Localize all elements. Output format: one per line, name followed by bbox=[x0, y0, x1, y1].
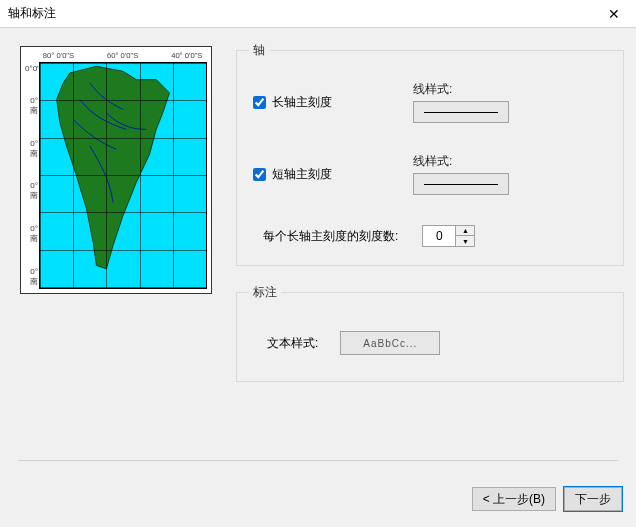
upper-row: 80° 0'0"S 60° 0'0"S 40° 0'0"S 0°0"N 0°南 … bbox=[20, 42, 624, 400]
long-axis-checkbox-label: 长轴主刻度 bbox=[272, 94, 332, 111]
label-group: 标注 文本样式: AaBbCc... bbox=[236, 284, 624, 382]
short-axis-checkbox-cell[interactable]: 短轴主刻度 bbox=[253, 166, 413, 183]
spinner-down-button[interactable]: ▼ bbox=[456, 236, 474, 246]
ytick-2: 0°南 bbox=[25, 139, 38, 159]
long-axis-checkbox-cell[interactable]: 长轴主刻度 bbox=[253, 94, 413, 111]
line-sample-icon bbox=[424, 184, 498, 185]
tick-count-spinner: ▲ ▼ bbox=[422, 225, 475, 247]
axis-group-legend: 轴 bbox=[249, 42, 269, 59]
spinner-up-button[interactable]: ▲ bbox=[456, 226, 474, 236]
preview-map-canvas bbox=[39, 62, 207, 289]
dialog-window: 轴和标注 ✕ 80° 0'0"S 60° 0'0"S 40° 0'0"S 0°0… bbox=[0, 0, 636, 527]
ytick-5: 0°南 bbox=[25, 267, 38, 287]
short-axis-row: 短轴主刻度 线样式: bbox=[253, 153, 607, 195]
tick-count-label: 每个长轴主刻度的刻度数: bbox=[263, 228, 398, 245]
ytick-1: 0°南 bbox=[25, 96, 38, 116]
text-style-picker[interactable]: AaBbCc... bbox=[340, 331, 440, 355]
axis-group: 轴 长轴主刻度 线样式: bbox=[236, 42, 624, 266]
xtick-1: 60° 0'0"S bbox=[107, 51, 138, 60]
close-icon: ✕ bbox=[608, 6, 620, 22]
window-title: 轴和标注 bbox=[8, 5, 56, 22]
spinner-buttons: ▲ ▼ bbox=[456, 225, 475, 247]
title-bar: 轴和标注 ✕ bbox=[0, 0, 636, 28]
preview-map-row: 0°0"N 0°南 0°南 0°南 0°南 0°南 bbox=[25, 62, 207, 289]
short-axis-checkbox-label: 短轴主刻度 bbox=[272, 166, 332, 183]
text-style-label: 文本样式: bbox=[267, 335, 318, 352]
wizard-buttons: < 上一步(B) 下一步 bbox=[472, 487, 622, 511]
long-axis-row: 长轴主刻度 线样式: bbox=[253, 81, 607, 123]
short-axis-line-style-picker[interactable] bbox=[413, 173, 509, 195]
footer-divider bbox=[18, 460, 618, 461]
map-preview: 80° 0'0"S 60° 0'0"S 40° 0'0"S 0°0"N 0°南 … bbox=[20, 46, 212, 294]
label-group-legend: 标注 bbox=[249, 284, 281, 301]
preview-xticks: 80° 0'0"S 60° 0'0"S 40° 0'0"S bbox=[30, 51, 203, 62]
back-button[interactable]: < 上一步(B) bbox=[472, 487, 556, 511]
short-axis-checkbox[interactable] bbox=[253, 168, 266, 181]
xtick-0: 80° 0'0"S bbox=[43, 51, 74, 60]
ytick-4: 0°南 bbox=[25, 224, 38, 244]
preview-yticks: 0°0"N 0°南 0°南 0°南 0°南 0°南 bbox=[25, 62, 39, 289]
long-axis-style-cell: 线样式: bbox=[413, 81, 509, 123]
text-sample-content: AaBbCc... bbox=[363, 338, 417, 349]
text-style-row: 文本样式: AaBbCc... bbox=[253, 323, 607, 363]
tick-count-row: 每个长轴主刻度的刻度数: ▲ ▼ bbox=[253, 225, 607, 247]
xtick-2: 40° 0'0"S bbox=[171, 51, 202, 60]
ytick-3: 0°南 bbox=[25, 181, 38, 201]
ytick-0: 0°0"N bbox=[25, 64, 38, 73]
settings-panels: 轴 长轴主刻度 线样式: bbox=[236, 42, 624, 400]
dialog-body: 80° 0'0"S 60° 0'0"S 40° 0'0"S 0°0"N 0°南 … bbox=[0, 28, 636, 527]
next-button[interactable]: 下一步 bbox=[564, 487, 622, 511]
close-button[interactable]: ✕ bbox=[591, 0, 636, 28]
preview-grid-icon bbox=[40, 63, 206, 288]
short-axis-style-cell: 线样式: bbox=[413, 153, 509, 195]
long-axis-style-label: 线样式: bbox=[413, 81, 509, 98]
short-axis-style-label: 线样式: bbox=[413, 153, 509, 170]
long-axis-line-style-picker[interactable] bbox=[413, 101, 509, 123]
long-axis-checkbox[interactable] bbox=[253, 96, 266, 109]
line-sample-icon bbox=[424, 112, 498, 113]
tick-count-input[interactable] bbox=[422, 225, 456, 247]
